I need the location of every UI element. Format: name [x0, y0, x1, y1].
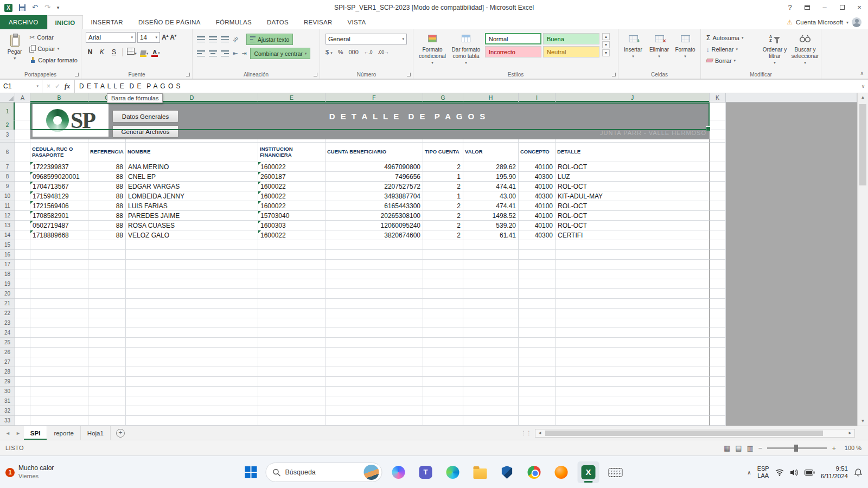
cell[interactable]: 1721569406: [30, 201, 88, 211]
cell[interactable]: [326, 357, 423, 367]
cell[interactable]: [88, 338, 126, 348]
cell[interactable]: LUZ: [556, 172, 710, 182]
cell[interactable]: 40100: [519, 162, 556, 172]
cell[interactable]: 88: [88, 211, 126, 221]
align-middle-icon[interactable]: [209, 36, 217, 42]
close-icon[interactable]: ×: [851, 0, 868, 15]
cell[interactable]: [463, 328, 519, 338]
find-select-button[interactable]: Buscar y seleccionar ▾: [790, 29, 820, 68]
row-header-33[interactable]: 33: [0, 416, 15, 426]
cell[interactable]: KIT-ADUL-MAY: [556, 191, 710, 201]
increase-font-icon[interactable]: A▴: [162, 34, 168, 41]
cell[interactable]: [15, 396, 30, 406]
cell[interactable]: [326, 269, 423, 279]
cell[interactable]: [463, 416, 519, 426]
cell[interactable]: [423, 250, 463, 260]
cell[interactable]: [423, 289, 463, 299]
row-header-3[interactable]: 3: [0, 130, 15, 139]
cell[interactable]: [519, 328, 556, 338]
cell[interactable]: [710, 172, 726, 182]
cell[interactable]: [258, 260, 326, 269]
cell[interactable]: [88, 318, 126, 328]
cell[interactable]: [15, 211, 30, 221]
cell[interactable]: [126, 240, 258, 250]
cell[interactable]: [88, 289, 126, 299]
scroll-left-icon[interactable]: ◄: [535, 431, 544, 435]
cell[interactable]: [15, 162, 30, 172]
increase-decimal-button[interactable]: ←.0: [364, 49, 373, 55]
row-header-8[interactable]: 8: [0, 172, 15, 182]
cell[interactable]: [15, 120, 30, 130]
enter-icon[interactable]: ✓: [55, 82, 60, 90]
zoom-slider[interactable]: [767, 447, 827, 449]
cell[interactable]: [258, 348, 326, 357]
cell[interactable]: [556, 269, 710, 279]
cell[interactable]: [463, 269, 519, 279]
zoom-level[interactable]: 100 %: [841, 445, 861, 451]
cell[interactable]: [88, 348, 126, 357]
cell[interactable]: ROL-OCT: [556, 211, 710, 221]
cell[interactable]: ROL-OCT: [556, 221, 710, 230]
search-box[interactable]: Búsqueda: [266, 463, 382, 482]
cell[interactable]: 4967090800: [326, 162, 423, 172]
cell[interactable]: [126, 269, 258, 279]
row-header-6[interactable]: 6: [0, 143, 15, 162]
cell[interactable]: 2: [423, 182, 463, 191]
delete-cells-button[interactable]: × Eliminar ▾: [646, 29, 672, 68]
cell[interactable]: [463, 240, 519, 250]
align-top-icon[interactable]: [197, 36, 205, 42]
row-header-14[interactable]: 14: [0, 230, 15, 240]
notifications-bell-icon[interactable]: [854, 468, 863, 477]
cell[interactable]: [30, 348, 88, 357]
cell[interactable]: [258, 269, 326, 279]
cell[interactable]: 2: [423, 221, 463, 230]
font-family-select[interactable]: Arial▾: [86, 32, 136, 43]
cell[interactable]: [126, 250, 258, 260]
align-left-icon[interactable]: [197, 50, 205, 56]
cell[interactable]: [126, 260, 258, 269]
cell[interactable]: [519, 318, 556, 328]
cell[interactable]: [710, 289, 726, 299]
scroll-up-icon[interactable]: ▲: [858, 93, 868, 102]
cell[interactable]: ROL-OCT: [556, 201, 710, 211]
cell[interactable]: [15, 348, 30, 357]
cell[interactable]: [15, 172, 30, 182]
cell[interactable]: 2: [423, 230, 463, 240]
cell[interactable]: [519, 279, 556, 289]
styles-dialog-launcher-icon[interactable]: [612, 73, 616, 76]
cell[interactable]: [30, 357, 88, 367]
cell[interactable]: [710, 230, 726, 240]
cell[interactable]: [556, 396, 710, 406]
cell[interactable]: 0968599020001: [30, 172, 88, 182]
row-header-23[interactable]: 23: [0, 318, 15, 328]
cell[interactable]: [710, 279, 726, 289]
cell[interactable]: [15, 338, 30, 348]
cell[interactable]: [326, 377, 423, 387]
column-header-K[interactable]: K: [710, 93, 726, 102]
page-layout-view-icon[interactable]: ▤: [735, 444, 742, 452]
cell[interactable]: [326, 260, 423, 269]
language-indicator[interactable]: ESP LAA: [757, 465, 769, 479]
cell[interactable]: [556, 406, 710, 416]
collapse-ribbon-icon[interactable]: ∧: [860, 70, 864, 76]
touch-keyboard-icon[interactable]: [605, 461, 627, 483]
cell[interactable]: [15, 318, 30, 328]
cell[interactable]: [710, 318, 726, 328]
tray-chevron-icon[interactable]: ∧: [747, 470, 751, 476]
cell[interactable]: [556, 318, 710, 328]
cell[interactable]: [556, 250, 710, 260]
cell[interactable]: CONCEPTO: [519, 143, 556, 162]
cell[interactable]: [326, 406, 423, 416]
style-neutral[interactable]: Neutral: [543, 46, 599, 57]
cell[interactable]: [30, 309, 88, 318]
cell[interactable]: [519, 309, 556, 318]
cell[interactable]: CNEL EP: [126, 172, 258, 182]
cell[interactable]: [15, 328, 30, 338]
align-right-icon[interactable]: [221, 50, 229, 56]
style-normal[interactable]: Normal: [485, 33, 541, 44]
cell[interactable]: 2600187: [258, 172, 326, 182]
cell[interactable]: 12060095240: [326, 221, 423, 230]
cell[interactable]: [258, 377, 326, 387]
cell[interactable]: ROSA CUASES: [126, 221, 258, 230]
cell[interactable]: [423, 240, 463, 250]
